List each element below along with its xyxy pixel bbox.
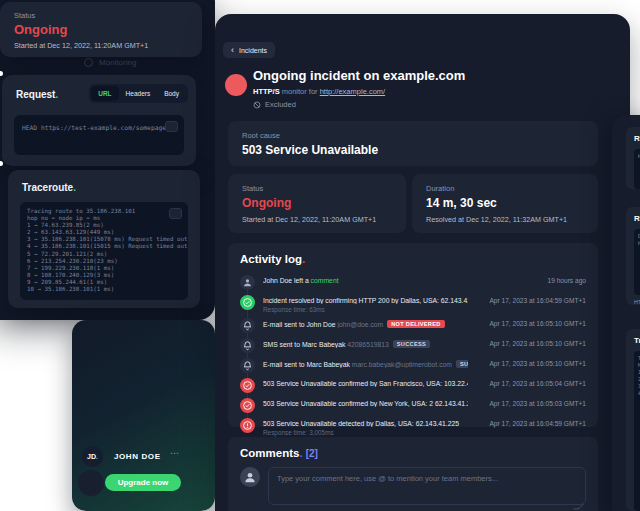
activity-row-text: Incident resolved by confirming HTTP 200… [263, 297, 468, 304]
status-value: Ongoing [14, 22, 188, 37]
title-dot: . [302, 253, 305, 265]
traceroute-title: Traceroute. [22, 182, 76, 193]
partial-card: TraTrM1234 [626, 329, 640, 511]
activity-row-text: SMS sent to Marc Babeyak 42086519813SUCC… [263, 340, 468, 348]
traceroute-line: 7 → 199.229.230.118(1 ms) [27, 265, 181, 272]
activity-timestamp: Apr 17, 2023 at 16:05:10 GMT+1 [476, 338, 586, 347]
partial-card: ReD HHTT [626, 207, 640, 305]
back-label: Incidents [239, 47, 267, 54]
incident-detail-panel: ‹ Incidents Ongoing incident on example.… [215, 14, 630, 511]
activity-timestamp: Apr 17, 2023 at 16:04:59 GMT+1 [476, 418, 586, 427]
avatar-dot: . [96, 453, 98, 460]
activity-rows: John Doe left a comment19 hours agoIncid… [240, 272, 586, 438]
tab-url[interactable]: URL [91, 86, 118, 101]
account-panel: JD. JOHN DOE ⋯ Upgrade now [72, 320, 215, 511]
partial-code-block: H [634, 149, 640, 189]
activity-row: SMS sent to Marc Babeyak 42086519813SUCC… [240, 335, 586, 355]
activity-row-body: SMS sent to Marc Babeyak 42086519813SUCC… [263, 338, 468, 348]
activity-row: John Doe left a comment19 hours ago [240, 272, 586, 292]
request-code-text: HEAD https://test-example.com/somepage [22, 124, 166, 131]
activity-row-text: E-mail sent to John Doe john@doe.comNOT … [263, 320, 468, 328]
status-badge: SUCCESS [393, 340, 430, 348]
traceroute-code-block: Tracing route to 35.186.238.101hop no = … [20, 202, 188, 300]
activity-timestamp: Apr 17, 2023 at 16:05:04 GMT+1 [476, 378, 586, 387]
activity-row-text: E-mail sent to Marc Babeyak marc.babeyak… [263, 360, 468, 368]
user-avatar [240, 467, 260, 487]
activity-timestamp: Apr 17, 2023 at 16:04:59 GMT+1 [476, 295, 586, 304]
request-card: Request. URL Headers Body HEAD https://t… [2, 75, 196, 166]
traceroute-line: Tracing route to 35.186.238.101 [27, 208, 181, 215]
status-label: Status [242, 184, 392, 193]
excluded-label: Excluded [265, 100, 296, 109]
account-menu-button[interactable]: ⋯ [170, 448, 179, 458]
upgrade-now-button[interactable]: Upgrade now [105, 474, 181, 491]
decorative-circle [78, 470, 104, 496]
person-icon [243, 470, 257, 484]
duration-value: 14 m, 30 sec [426, 196, 584, 210]
partial-card-title: Re [634, 134, 640, 143]
activity-row-body: E-mail sent to John Doe john@doe.comNOT … [263, 318, 468, 328]
activity-timestamp: Apr 17, 2023 at 16:05:10 GMT+1 [476, 318, 586, 327]
traceroute-line: 4 → 35.186.238.101(15015 ms) Request tim… [27, 243, 181, 250]
partial-code-block: D H [634, 229, 640, 295]
activity-timestamp: Apr 17, 2023 at 16:05:03 GMT+1 [476, 398, 586, 407]
traceroute-line: 6 → 213.254.230.210(23 ms) [27, 258, 181, 265]
duration-meta: Resolved at Dec 12, 2022, 11:32AM GMT+1 [426, 215, 584, 224]
status-card: Status Ongoing Started at Dec 12, 2022, … [0, 2, 202, 57]
tab-body[interactable]: Body [157, 86, 186, 101]
partial-code-block: TrM1234 [634, 351, 640, 511]
comment-link[interactable]: comment [311, 277, 339, 284]
title-dot: . [299, 447, 302, 459]
activity-muted-text: 42086519813 [347, 341, 389, 348]
account-name: JOHN DOE [114, 452, 161, 461]
back-to-incidents-button[interactable]: ‹ Incidents [223, 42, 275, 58]
incident-status-dot [225, 74, 247, 96]
title-dot: . [55, 89, 58, 100]
duration-card: Duration 14 m, 30 sec Resolved at Dec 12… [412, 174, 598, 233]
excluded-row: Excluded [253, 100, 296, 109]
title-dot: . [73, 182, 76, 193]
comments-count: [2] [306, 448, 318, 459]
partial-card-footer: HTT [634, 299, 640, 305]
screenshot-stage: Monitoring Status Ongoing Started at Dec… [0, 0, 640, 511]
traceroute-line: 2 → 63.143.63.129(449 ms) [27, 229, 181, 236]
monitoring-icon [84, 58, 93, 67]
excluded-icon [253, 101, 261, 109]
avatar: JD. [82, 446, 103, 467]
activity-row-body: E-mail sent to Marc Babeyak marc.babeyak… [263, 358, 468, 368]
status-badge: SUCCESS [456, 360, 468, 368]
activity-timestamp: Apr 17, 2023 at 16:05:10 GMT+1 [476, 358, 586, 367]
activity-row-text: 503 Service Unavailable detected by Dall… [263, 420, 468, 427]
status-badge: NOT DELIVERED [387, 320, 444, 328]
traceroute-line: 1 → 74.63.239.85(2 ms) [27, 222, 181, 229]
activity-log-card: Activity log. John Doe left a comment19 … [228, 243, 598, 427]
partial-card-title: Re [634, 214, 640, 223]
root-cause-value: 503 Service Unavailable [242, 143, 584, 157]
activity-row-body: 503 Service Unavailable confirmed by San… [263, 378, 468, 387]
traceroute-line: 10 → 35.186.238.101(1 ms) [27, 286, 181, 293]
copy-button[interactable] [165, 121, 178, 132]
copy-button[interactable] [169, 208, 182, 219]
bell-icon [240, 338, 255, 353]
monitor-type: HTTP/S [253, 87, 280, 96]
root-cause-label: Root cause [242, 131, 584, 140]
traceroute-line: 3 → 35.186.238.101(15078 ms) Request tim… [27, 236, 181, 243]
activity-row: Incident resolved by confirming HTTP 200… [240, 292, 586, 315]
traceroute-line: 5 → 72.29.201.121(2 ms) [27, 251, 181, 258]
user-icon [240, 275, 255, 290]
bell-icon [240, 358, 255, 373]
activity-row: 503 Service Unavailable detected by Dall… [240, 415, 586, 438]
status-value: Ongoing [242, 196, 392, 210]
root-cause-card: Root cause 503 Service Unavailable [228, 121, 598, 166]
comment-input[interactable] [268, 467, 586, 505]
check-circle-icon [240, 378, 255, 393]
comments-title: Comments.[2] [240, 447, 586, 459]
sidebar-item-label: Monitoring [99, 58, 136, 67]
page-title: Ongoing incident on example.com [253, 68, 465, 83]
tab-headers[interactable]: Headers [119, 86, 158, 101]
activity-timestamp: 19 hours ago [476, 275, 586, 284]
traceroute-card: Traceroute. Tracing route to 35.186.238.… [8, 170, 200, 308]
sidebar-item-monitoring[interactable]: Monitoring [84, 58, 136, 67]
activity-row-body: John Doe left a comment [263, 275, 468, 284]
monitor-url-link[interactable]: http://example.com/ [320, 87, 385, 96]
